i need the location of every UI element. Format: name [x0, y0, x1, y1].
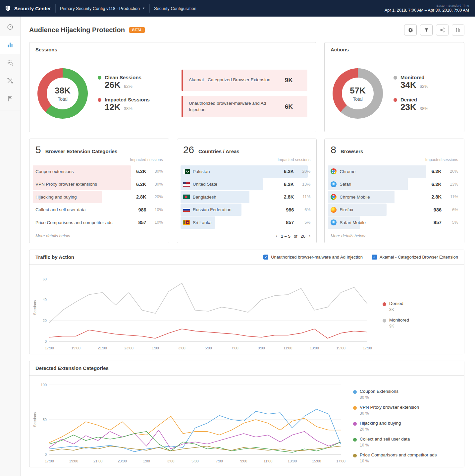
denied-dot [394, 98, 397, 102]
country-row[interactable]: Sri Lanka8575% [181, 216, 313, 229]
row-pct: 11% [294, 195, 310, 199]
row-value: 6.2K [129, 182, 146, 187]
legend-item[interactable]: Price Comparisons and competitor ads10 % [353, 452, 458, 463]
row-label: Hijacking and buying [35, 195, 77, 200]
traffic-by-action-card: Traffic by Action ✓Unauthorized browser-… [29, 250, 464, 354]
app-brand[interactable]: Security Center [5, 5, 51, 12]
browser-row[interactable]: Safari6.2K13% [328, 178, 461, 190]
legend-label: Coupon Extensions [360, 389, 398, 394]
impacted-sessions-dot [98, 98, 101, 102]
breakdown-label: Unauthorized browser-malware and Ad Inje… [189, 100, 273, 113]
chrome-icon [331, 194, 337, 200]
pagination-of: of [294, 234, 297, 239]
settings-button[interactable] [404, 25, 417, 35]
chart-options-button[interactable] [452, 25, 464, 35]
country-row[interactable]: Pakistan6.2K20% [181, 165, 313, 178]
legend-item: Denied 23K38% [394, 97, 428, 112]
more-details-link[interactable]: More details below [29, 229, 169, 243]
category-row[interactable]: Price Comparisons and competitor ads8571… [33, 216, 166, 229]
row-pct: 5% [294, 220, 310, 225]
row-label: United State [193, 182, 217, 187]
row-pct: 6% [294, 208, 310, 212]
pagination-range: 1 – 5 [281, 234, 290, 239]
checkbox-icon: ✓ [263, 255, 268, 260]
chart-options-icon [455, 27, 461, 33]
browser-row[interactable]: Chrome6.2K20% [328, 165, 461, 178]
row-value: 6.2K [277, 169, 294, 174]
svg-text:7:00: 7:00 [216, 459, 223, 463]
row-pct: 6% [442, 208, 458, 212]
country-row[interactable]: Russian Federation9866% [181, 204, 313, 216]
pagination-prev-icon[interactable]: ‹ [276, 233, 277, 239]
row-value: 857 [277, 220, 294, 225]
svg-text:9:00: 9:00 [240, 459, 247, 463]
detected-card-title: Detected Extension Categories [35, 365, 109, 371]
config-selector[interactable]: Primary Security Config v118 - Productio… [60, 6, 145, 11]
pagination-total: 26 [301, 234, 305, 239]
category-row[interactable]: VPN Proxy browser extensions6.2K30% [33, 178, 166, 190]
row-value: 6.2K [424, 182, 442, 187]
legend-label: Impacted Sessions [105, 97, 150, 102]
actions-donut-chart[interactable]: 57K Total [333, 68, 383, 119]
category-row[interactable]: Collect and sell user data98610% [33, 204, 166, 216]
legend-item[interactable]: Denied3K [383, 301, 458, 312]
svg-text:11:00: 11:00 [284, 346, 292, 350]
svg-text:Sessions: Sessions [33, 412, 37, 427]
country-row[interactable]: Bangladesh2.8K11% [181, 191, 313, 203]
legend-item: Monitored 34K62% [394, 75, 428, 90]
category-row[interactable]: Coupon extensions6.2K30% [33, 165, 166, 178]
legend-dot [353, 454, 357, 457]
row-pct: 11% [442, 195, 458, 199]
svg-text:13:00: 13:00 [310, 346, 319, 350]
legend-item[interactable]: VPN Proxy browser extension30 % [353, 405, 458, 416]
browsers-title: Browsers [341, 149, 363, 154]
legend-item[interactable]: Coupon Extensions30 % [353, 389, 458, 400]
row-value: 986 [277, 207, 294, 212]
browser-row[interactable]: Chrome Mobile2.8K11% [328, 191, 461, 203]
traffic-chart-legend: Denied3KMonitored9K [379, 269, 461, 353]
legend-item: Clean Sessions 26K62% [98, 75, 150, 90]
sidebar-item-dashboard[interactable] [0, 18, 20, 36]
svg-text:17:00: 17:00 [45, 346, 54, 350]
legend-item[interactable]: Hijacking and buying20 % [353, 421, 458, 432]
pagination-next-icon[interactable]: › [309, 233, 310, 239]
traffic-line-chart[interactable]: 020406017:0019:0021:0023:001:003:005:007… [32, 269, 373, 353]
sidebar-item-tools[interactable] [0, 72, 20, 89]
sessions-card-title: Sessions [29, 42, 316, 57]
svg-text:21:00: 21:00 [98, 346, 107, 350]
filter-label: Unauthorized browser-malware and Ad Inje… [271, 255, 363, 260]
donut-center: 38K Total [47, 78, 79, 109]
flag-icon [7, 95, 14, 102]
traffic-card-title: Traffic by Action [35, 254, 74, 260]
traffic-filter-checkbox[interactable]: ✓Akamai - Categorized Browser Extension [372, 255, 458, 260]
checkbox-icon: ✓ [372, 255, 377, 260]
svg-text:23:00: 23:00 [124, 346, 133, 350]
breakdown-value: 6K [285, 103, 293, 110]
monitored-dot [394, 76, 397, 80]
sessions-donut-chart[interactable]: 38K Total [37, 68, 88, 119]
legend-label: Hijacking and buying [360, 421, 401, 426]
legend-item[interactable]: Collect and sell user data10 % [353, 437, 458, 447]
detected-line-chart[interactable]: 05010017:0019:0021:0023:001:003:005:007:… [32, 380, 347, 466]
row-label: Chrome [340, 169, 355, 174]
breakdown-box[interactable]: Unauthorized browser-malware and Ad Inje… [182, 96, 307, 118]
row-pct: 30% [146, 182, 163, 187]
filter-button[interactable] [420, 25, 433, 35]
browsers-list: Chrome6.2K20%Safari6.2K13%Chrome Mobile2… [325, 165, 464, 229]
sidebar-item-investigate[interactable] [0, 54, 20, 72]
country-row[interactable]: United State6.2K13% [181, 178, 313, 190]
browser-row[interactable]: Firefox9866% [328, 204, 461, 216]
more-details-link[interactable]: More details below [325, 229, 464, 243]
clean-sessions-dot [98, 76, 101, 80]
svg-text:15:00: 15:00 [312, 459, 321, 463]
sidebar-item-reports[interactable] [0, 36, 20, 54]
sidebar-item-flags[interactable] [0, 89, 20, 107]
date-range-picker[interactable]: Eastern Standard Time Apr 1, 2018, 7:00 … [385, 4, 469, 13]
share-button[interactable] [436, 25, 449, 35]
browser-row[interactable]: Safari Mobile8575% [328, 216, 461, 229]
category-row[interactable]: Hijacking and buying2.8K20% [33, 191, 166, 203]
breakdown-box[interactable]: Akamai - Categorized Browser Extension 9… [182, 70, 307, 91]
legend-item[interactable]: Monitored9K [383, 318, 458, 328]
traffic-filter-checkbox[interactable]: ✓Unauthorized browser-malware and Ad Inj… [263, 255, 363, 260]
nav-section-link[interactable]: Security Configuration [154, 6, 196, 11]
